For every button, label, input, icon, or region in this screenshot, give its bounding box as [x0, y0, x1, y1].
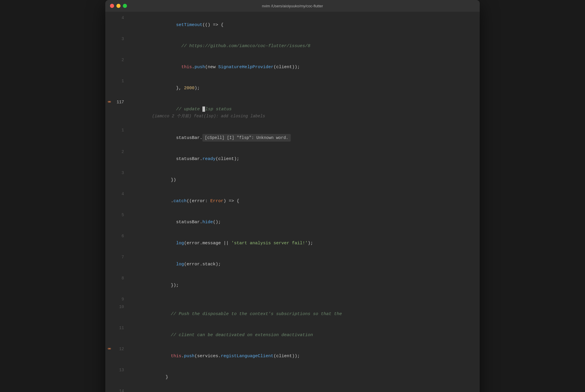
- line-gutter: 1: [105, 127, 129, 133]
- line-number: 11: [119, 325, 124, 331]
- line-content: // Push the disposable to the context's …: [129, 304, 480, 325]
- line-number: 3: [122, 36, 124, 42]
- line-content: setTimeout(() => {: [129, 15, 480, 36]
- line-gutter: 4: [105, 15, 129, 21]
- code-line: 3 }): [105, 170, 480, 191]
- line-number: 1: [122, 78, 124, 84]
- code-line: 10 // Push the disposable to the context…: [105, 304, 480, 325]
- line-content: log(error.stack);: [129, 254, 480, 275]
- line-gutter: 7: [105, 254, 129, 260]
- titlebar: nvim /Users/aioiyuuko/my/coc-flutter: [105, 0, 480, 12]
- line-gutter: 11: [105, 325, 129, 331]
- line-content: // update lsp status (iamcco 2 个月前) feat…: [129, 99, 480, 127]
- line-content: statusBar.hide();: [129, 212, 480, 233]
- code-line-current: ⚮ 117 // update lsp status (iamcco 2 个月前…: [105, 99, 480, 127]
- maximize-button[interactable]: [123, 4, 127, 8]
- line-gutter: 6: [105, 233, 129, 239]
- window-title: nvim /Users/aioiyuuko/my/coc-flutter: [262, 4, 323, 8]
- line-number: 4: [122, 15, 124, 21]
- line-gutter: 14: [105, 388, 129, 392]
- line-content: // client can be deactivated on extensio…: [129, 325, 480, 346]
- code-line: 1 statusBar.[cSpell] [I] "flsp": Unknown…: [105, 127, 480, 149]
- traffic-lights: [110, 4, 127, 8]
- code-line: 1 }, 2000);: [105, 78, 480, 99]
- code-line: 13 }: [105, 367, 480, 388]
- line-number: 13: [119, 367, 124, 373]
- git-change-icon: ⚮: [108, 346, 111, 352]
- line-content: }: [129, 367, 480, 388]
- line-number: 12: [119, 346, 124, 352]
- git-blame-text: (iamcco 2 个月前) feat(lsp): add closing la…: [152, 114, 265, 118]
- line-number: 4: [122, 191, 124, 197]
- line-number: 6: [122, 233, 124, 239]
- close-button[interactable]: [110, 4, 114, 8]
- line-content: }: [129, 388, 480, 392]
- line-gutter: 1: [105, 78, 129, 84]
- line-content: statusBar.[cSpell] [I] "flsp": Unknown w…: [129, 127, 480, 149]
- line-content: statusBar.ready(client);: [129, 149, 480, 170]
- line-gutter: 3: [105, 170, 129, 176]
- line-number: 3: [122, 170, 124, 176]
- line-gutter: 4: [105, 191, 129, 197]
- line-number: 2: [122, 57, 124, 63]
- line-number: 14: [119, 388, 124, 392]
- diagnostic-popup: [cSpell] [I] "flsp": Unknown word.: [202, 134, 291, 142]
- line-gutter: 5: [105, 212, 129, 218]
- line-content: }): [129, 170, 480, 191]
- line-content: // https://github.com/iamcco/coc-flutter…: [129, 36, 480, 57]
- line-gutter: 13: [105, 367, 129, 373]
- line-number: 5: [122, 212, 124, 218]
- line-gutter: 3: [105, 36, 129, 42]
- code-line: 6 log(error.message || 'start analysis s…: [105, 233, 480, 254]
- code-line: 4 setTimeout(() => {: [105, 15, 480, 36]
- line-content: this.push(services.registLanguageClient(…: [129, 346, 480, 367]
- line-content: .catch((error: Error) => {: [129, 191, 480, 212]
- line-number: 2: [122, 149, 124, 155]
- line-content: log(error.message || 'start analysis ser…: [129, 233, 480, 254]
- line-content: });: [129, 275, 480, 296]
- code-line: 11 // client can be deactivated on exten…: [105, 325, 480, 346]
- line-gutter: 9: [105, 296, 129, 302]
- code-line: 2 this.push(new SignatureHelpProvider(cl…: [105, 57, 480, 78]
- editor-window: nvim /Users/aioiyuuko/my/coc-flutter 4 s…: [105, 0, 480, 392]
- code-line: 4 .catch((error: Error) => {: [105, 191, 480, 212]
- line-gutter: 2: [105, 149, 129, 155]
- line-number: 1: [122, 127, 124, 133]
- line-gutter: 10: [105, 304, 129, 310]
- line-number: 10: [119, 304, 124, 310]
- line-gutter: 8: [105, 275, 129, 281]
- code-line: 8 });: [105, 275, 480, 296]
- code-line: 5 statusBar.hide();: [105, 212, 480, 233]
- git-change-icon: ⚮: [108, 99, 111, 105]
- line-content: this.push(new SignatureHelpProvider(clie…: [129, 57, 480, 78]
- line-gutter: 2: [105, 57, 129, 63]
- editor-area[interactable]: 4 setTimeout(() => { 3 // https://github…: [105, 12, 480, 392]
- line-number: 8: [122, 275, 124, 281]
- code-line: 9: [105, 296, 480, 304]
- code-line: 2 statusBar.ready(client);: [105, 149, 480, 170]
- code-line: 14 }: [105, 388, 480, 392]
- code-line: 3 // https://github.com/iamcco/coc-flutt…: [105, 36, 480, 57]
- line-gutter: ⚮ 12: [105, 346, 129, 352]
- line-number: 7: [122, 254, 124, 260]
- line-number: 9: [122, 296, 124, 302]
- line-gutter: ⚮ 117: [105, 99, 129, 105]
- cursor: [202, 106, 205, 112]
- line-number: 117: [117, 99, 124, 105]
- line-content: [129, 296, 480, 303]
- minimize-button[interactable]: [116, 4, 121, 8]
- line-content: }, 2000);: [129, 78, 480, 99]
- code-line: 7 log(error.stack);: [105, 254, 480, 275]
- code-line: ⚮ 12 this.push(services.registLanguageCl…: [105, 346, 480, 367]
